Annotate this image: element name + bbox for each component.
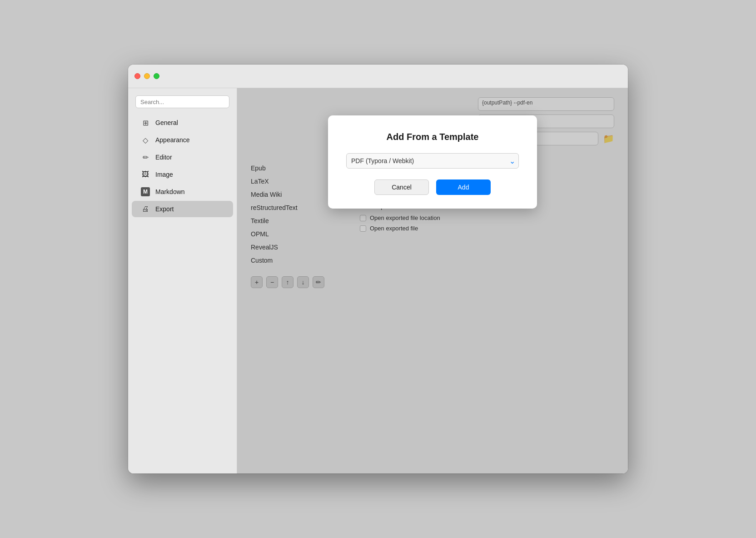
sidebar-item-appearance[interactable]: ◇ Appearance	[132, 132, 233, 148]
modal-overlay: Add From a Template PDF (Typora / Webkit…	[237, 88, 628, 473]
cancel-button[interactable]: Cancel	[374, 179, 429, 195]
maximize-button[interactable]	[154, 73, 159, 79]
titlebar	[128, 65, 628, 88]
add-template-modal: Add From a Template PDF (Typora / Webkit…	[328, 115, 537, 209]
export-icon: 🖨	[141, 204, 150, 214]
modal-title: Add From a Template	[387, 132, 479, 142]
close-button[interactable]	[134, 73, 140, 79]
editor-icon: ✏	[141, 153, 150, 162]
sidebar-item-general[interactable]: ⊞ General	[132, 115, 233, 131]
search-wrap	[128, 95, 237, 114]
sidebar-label-image: Image	[155, 171, 173, 178]
general-icon: ⊞	[141, 118, 150, 127]
template-select-wrap: PDF (Typora / Webkit) HTML Word Image Ep…	[346, 153, 519, 169]
sidebar-item-image[interactable]: 🖼 Image	[132, 166, 233, 183]
sidebar-label-general: General	[155, 119, 178, 126]
markdown-icon: M	[141, 187, 150, 196]
preferences-window: ⊞ General ◇ Appearance ✏ Editor 🖼 Image …	[128, 65, 628, 473]
add-button[interactable]: Add	[436, 179, 491, 195]
sidebar-label-editor: Editor	[155, 154, 172, 161]
sidebar-item-markdown[interactable]: M Markdown	[132, 184, 233, 200]
sidebar-item-export[interactable]: 🖨 Export	[132, 201, 233, 217]
traffic-lights	[134, 73, 159, 79]
appearance-icon: ◇	[141, 135, 150, 144]
sidebar-item-editor[interactable]: ✏ Editor	[132, 149, 233, 165]
main-panel: {outputPath} --pdf-en /2020/bin/x86_64-d…	[237, 88, 628, 473]
minimize-button[interactable]	[144, 73, 150, 79]
sidebar-label-export: Export	[155, 205, 174, 213]
search-input[interactable]	[135, 95, 229, 108]
image-icon: 🖼	[141, 170, 150, 179]
window-body: ⊞ General ◇ Appearance ✏ Editor 🖼 Image …	[128, 88, 628, 473]
sidebar-label-appearance: Appearance	[155, 136, 190, 144]
sidebar: ⊞ General ◇ Appearance ✏ Editor 🖼 Image …	[128, 88, 237, 473]
template-select[interactable]: PDF (Typora / Webkit) HTML Word Image Ep…	[346, 153, 519, 169]
sidebar-label-markdown: Markdown	[155, 188, 185, 195]
modal-buttons: Cancel Add	[346, 179, 519, 195]
